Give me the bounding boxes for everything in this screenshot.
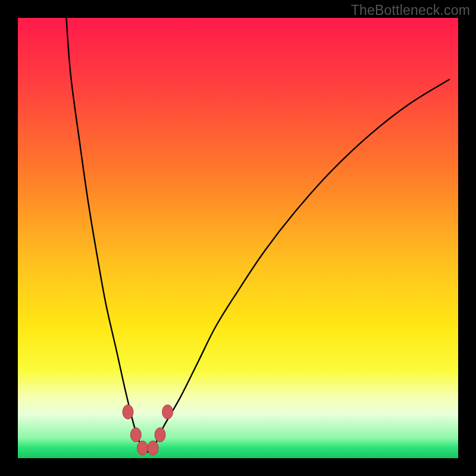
- curve-marker: [123, 405, 133, 419]
- curve-marker: [162, 405, 173, 419]
- watermark-label: TheBottleneck.com: [351, 2, 470, 18]
- bottleneck-chart: [18, 18, 458, 458]
- curve-marker: [155, 428, 165, 442]
- gradient-background: [18, 18, 458, 458]
- plot-area: [18, 18, 458, 458]
- chart-frame: TheBottleneck.com: [0, 0, 476, 476]
- curve-marker: [137, 441, 148, 455]
- curve-marker: [130, 428, 141, 442]
- curve-marker: [148, 441, 158, 455]
